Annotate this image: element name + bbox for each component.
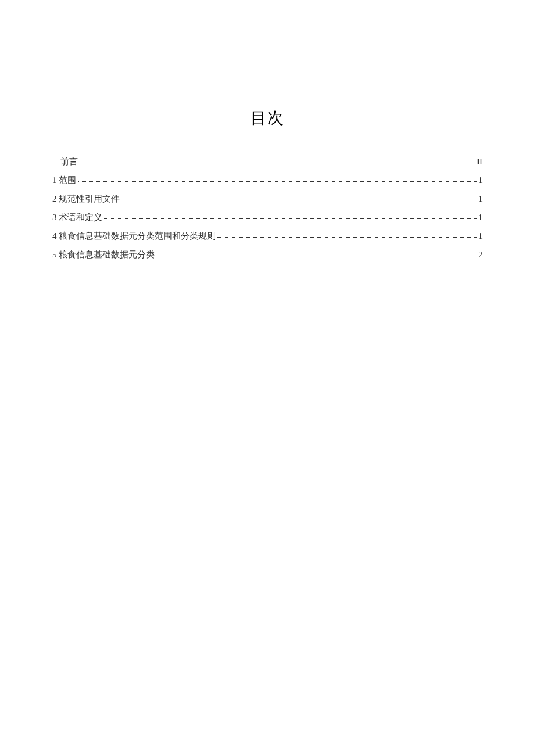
toc-title: 目次	[52, 108, 483, 128]
toc-dot-leader	[78, 181, 476, 182]
toc-entry: 1 范围 1	[52, 176, 483, 185]
toc-list: 前言 II 1 范围 1 2 规范性引用文件 1 3 术语和定义 1 4 粮食信…	[52, 157, 483, 259]
toc-entry-label: 前言	[52, 157, 78, 166]
toc-dot-leader	[80, 163, 475, 163]
toc-entry-page: 1	[479, 232, 483, 241]
toc-dot-leader	[217, 237, 476, 238]
toc-dot-leader	[122, 200, 476, 200]
toc-dot-leader	[156, 256, 476, 256]
toc-entry-label: 1 范围	[52, 176, 76, 185]
toc-dot-leader	[104, 218, 476, 219]
toc-entry-page: II	[477, 157, 483, 166]
toc-entry: 3 术语和定义 1	[52, 213, 483, 222]
toc-entry: 2 规范性引用文件 1	[52, 195, 483, 203]
toc-entry-label: 5 粮食信息基础数据元分类	[52, 250, 155, 259]
toc-entry-page: 1	[479, 176, 483, 185]
toc-entry-label: 3 术语和定义	[52, 213, 102, 222]
toc-entry-page: 1	[479, 213, 483, 222]
toc-entry: 4 粮食信息基础数据元分类范围和分类规则 1	[52, 232, 483, 241]
toc-entry-label: 2 规范性引用文件	[52, 195, 120, 203]
toc-entry-page: 2	[479, 250, 483, 259]
toc-entry-label: 4 粮食信息基础数据元分类范围和分类规则	[52, 232, 216, 241]
toc-entry: 前言 II	[52, 157, 483, 166]
toc-entry: 5 粮食信息基础数据元分类 2	[52, 250, 483, 259]
toc-entry-page: 1	[479, 195, 483, 203]
document-page: 目次 前言 II 1 范围 1 2 规范性引用文件 1 3 术语和定义 1 4 …	[0, 0, 535, 259]
